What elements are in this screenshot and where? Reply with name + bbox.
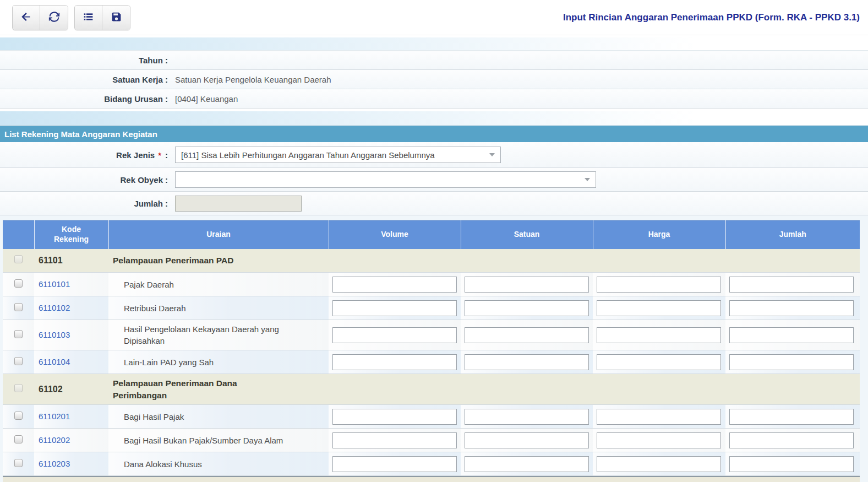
uraian-text: Pajak Daerah — [108, 279, 300, 290]
col-satuan: Satuan — [461, 220, 593, 249]
row-checkbox[interactable] — [14, 435, 23, 443]
satuan-input[interactable] — [465, 300, 589, 316]
rek-jenis-select[interactable]: [611] Sisa Lebih Perhitungan Anggaran Ta… — [175, 147, 501, 163]
harga-input[interactable] — [597, 354, 721, 370]
chevron-down-icon — [585, 178, 590, 181]
jumlah-input[interactable] — [729, 456, 854, 472]
table-row: 6110202 Bagi Hasil Bukan Pajak/Sumber Da… — [3, 429, 860, 452]
harga-input[interactable] — [597, 456, 721, 472]
jumlah-input[interactable] — [729, 432, 854, 448]
table-row: 6110101 Pajak Daerah — [3, 273, 860, 296]
jumlah-input[interactable] — [729, 277, 854, 293]
harga-input[interactable] — [597, 409, 721, 425]
row-checkbox[interactable] — [14, 279, 23, 288]
rek-jenis-row: Rek Jenis*: [611] Sisa Lebih Perhitungan… — [0, 142, 868, 168]
uraian-text: Retribusi Daerah — [108, 302, 300, 314]
uraian-text: Bagi Hasil Bukan Pajak/Sumber Daya Alam — [108, 435, 300, 446]
row-checkbox[interactable] — [14, 255, 23, 263]
col-harga: Harga — [593, 220, 725, 249]
rekening-code-link[interactable]: 6110101 — [34, 279, 70, 289]
group-uraian: Pelampauan Penerimaan Dana Perimbangan — [108, 377, 289, 401]
rekening-code-link[interactable]: 6110202 — [34, 435, 70, 445]
harga-input[interactable] — [597, 277, 721, 293]
rek-obyek-row: Rek Obyek: — [0, 168, 868, 192]
volume-input[interactable] — [332, 327, 457, 343]
action-button-group — [74, 5, 130, 30]
rekening-table: Kode Rekening Uraian Volume Satuan Harga… — [3, 220, 860, 476]
bidang-urusan-row: Bidang Urusan : [0404] Keuangan — [0, 89, 868, 109]
row-checkbox[interactable] — [14, 330, 23, 338]
jumlah-input[interactable] — [729, 327, 854, 343]
volume-input[interactable] — [332, 277, 457, 293]
volume-input[interactable] — [332, 432, 457, 448]
col-volume: Volume — [329, 220, 461, 249]
refresh-icon — [48, 11, 60, 24]
satuan-input[interactable] — [465, 277, 589, 293]
nav-button-group — [12, 5, 68, 30]
jumlah-input[interactable] — [729, 409, 854, 425]
rekening-code-link[interactable]: 6110201 — [34, 412, 70, 421]
volume-input[interactable] — [332, 409, 457, 425]
required-mark: * — [158, 150, 161, 160]
section-header: List Rekening Mata Anggaran Kegiatan — [0, 126, 868, 142]
volume-input[interactable] — [332, 456, 457, 472]
row-checkbox[interactable] — [14, 303, 23, 311]
harga-input[interactable] — [597, 327, 721, 343]
uraian-text: Hasil Pengelolaan Kekayaan Daerah yang D… — [108, 323, 300, 347]
next-group-row-cutoff — [3, 476, 860, 482]
col-kode-rekening: Kode Rekening — [34, 220, 108, 249]
bidang-urusan-value: [0404] Keuangan — [175, 94, 238, 104]
header-info-form: Tahun : Satuan Kerja : Satuan Kerja Peng… — [0, 51, 868, 109]
rekening-form: Rek Jenis*: [611] Sisa Lebih Perhitungan… — [0, 142, 868, 215]
table-row: 6110203 Dana Alokasi Khusus — [3, 452, 860, 476]
rek-jenis-selected-value: [611] Sisa Lebih Perhitungan Anggaran Ta… — [181, 150, 484, 160]
refresh-button[interactable] — [40, 6, 68, 30]
rekening-code-link[interactable]: 6110102 — [34, 303, 70, 312]
rek-jenis-label: Rek Jenis*: — [0, 150, 168, 160]
list-button[interactable] — [75, 6, 102, 30]
jumlah-row: Jumlah: — [0, 192, 868, 215]
uraian-text: Bagi Hasil Pajak — [108, 411, 300, 423]
rekening-code-link[interactable]: 6110104 — [34, 357, 70, 366]
harga-input[interactable] — [597, 432, 721, 448]
back-button[interactable] — [13, 6, 40, 30]
table-header-row: Kode Rekening Uraian Volume Satuan Harga… — [3, 220, 860, 249]
group-code: 61102 — [34, 385, 63, 394]
satuan-input[interactable] — [465, 456, 589, 472]
volume-input[interactable] — [332, 300, 457, 316]
checkbox-column-header — [3, 220, 34, 249]
satuan-input[interactable] — [465, 354, 589, 370]
toolbar: Input Rincian Anggaran Penerimaan PPKD (… — [0, 0, 868, 35]
uraian-text: Lain-Lain PAD yang Sah — [108, 356, 300, 368]
row-checkbox[interactable] — [14, 459, 23, 467]
group-uraian: Pelampauan Penerimaan PAD — [108, 255, 289, 267]
rekening-code-link[interactable]: 6110203 — [34, 459, 70, 468]
satuan-input[interactable] — [465, 409, 589, 425]
jumlah-input[interactable] — [729, 300, 854, 316]
volume-input[interactable] — [332, 354, 457, 370]
satuan-kerja-value: Satuan Kerja Pengelola Keuangan Daerah — [175, 75, 331, 84]
group-code: 61101 — [34, 256, 63, 265]
satuan-input[interactable] — [465, 327, 589, 343]
rekening-code-link[interactable]: 6110103 — [34, 330, 70, 339]
row-checkbox[interactable] — [14, 384, 23, 392]
rek-obyek-select[interactable] — [175, 171, 596, 188]
row-checkbox[interactable] — [14, 357, 23, 365]
jumlah-label: Jumlah: — [0, 199, 168, 208]
jumlah-input[interactable] — [729, 354, 854, 370]
harga-input[interactable] — [597, 300, 721, 316]
page-title: Input Rincian Anggaran Penerimaan PPKD (… — [563, 12, 860, 23]
col-uraian: Uraian — [108, 220, 329, 249]
gradient-band-top — [0, 37, 868, 51]
group-row: 61101 Pelampauan Penerimaan PAD — [3, 249, 860, 273]
table-row: 6110104 Lain-Lain PAD yang Sah — [3, 350, 860, 374]
back-icon — [20, 11, 32, 24]
row-checkbox[interactable] — [14, 412, 23, 420]
rek-obyek-label: Rek Obyek: — [0, 175, 168, 185]
gradient-band-middle — [0, 111, 868, 126]
group-row: 61102 Pelampauan Penerimaan Dana Perimba… — [3, 374, 860, 405]
satuan-input[interactable] — [465, 432, 589, 448]
save-button[interactable] — [102, 6, 130, 30]
table-row: 6110201 Bagi Hasil Pajak — [3, 405, 860, 429]
chevron-down-icon — [489, 153, 495, 156]
